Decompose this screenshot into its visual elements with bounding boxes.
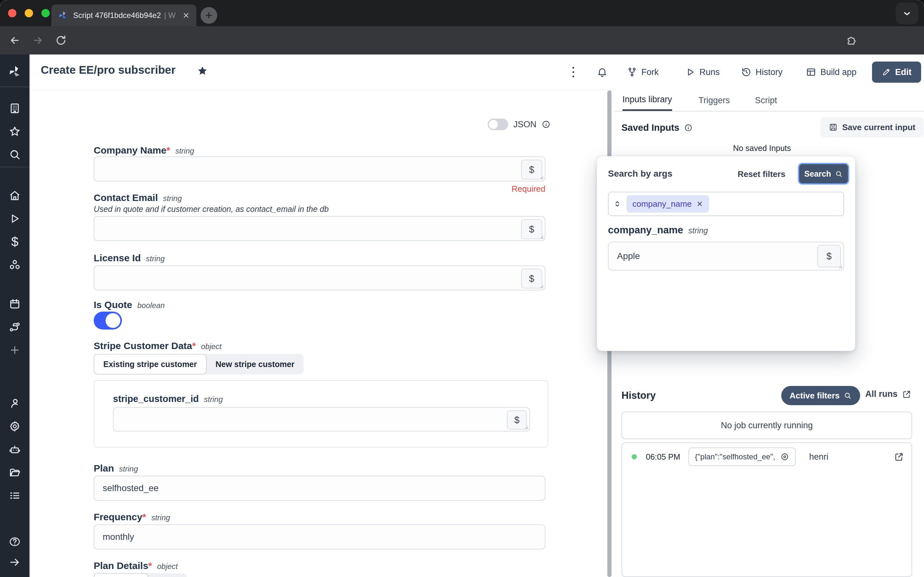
resize-grip-icon[interactable]: [538, 174, 544, 180]
search-button[interactable]: Search: [799, 164, 848, 183]
history-button[interactable]: History: [741, 55, 782, 90]
sidebar-divider: [0, 167, 29, 167]
tab-title-dim: | W: [164, 11, 182, 20]
stripe-customer-id-input[interactable]: $: [113, 407, 530, 432]
build-app-button[interactable]: Build app: [806, 55, 857, 90]
plan-details-tabs: [94, 573, 187, 577]
tab-search-chevron-button[interactable]: [896, 3, 918, 24]
contact-email-input[interactable]: $: [94, 216, 545, 241]
run-row[interactable]: 06:05 PM {"plan":"selfhosted_ee",... hen…: [622, 446, 913, 467]
fork-label: Fork: [641, 67, 659, 77]
fork-button[interactable]: Fork: [627, 55, 659, 90]
company-name-label: Company Name*string: [94, 145, 194, 156]
plan-details-tab-inactive[interactable]: [148, 573, 184, 577]
collapse-arrow-right-icon[interactable]: [9, 556, 21, 568]
plan-details-label: Plan Details*object: [94, 560, 178, 571]
flows-route-icon[interactable]: [9, 321, 21, 333]
notifications-bell-icon[interactable]: [597, 55, 607, 90]
tab-close-icon[interactable]: [182, 11, 190, 19]
resize-grip-icon[interactable]: [538, 284, 544, 289]
schedules-calendar-icon[interactable]: [9, 298, 21, 310]
search-icon[interactable]: [9, 148, 21, 161]
frequency-input[interactable]: monthly: [94, 524, 545, 550]
history-label: History: [756, 67, 782, 77]
resources-cubes-icon[interactable]: [9, 259, 21, 271]
more-options-kebab-icon[interactable]: [569, 55, 578, 90]
frequency-value: monthly: [103, 532, 134, 542]
license-id-input[interactable]: $: [94, 266, 545, 290]
reload-button[interactable]: [55, 35, 67, 46]
script-header: Create EE/pro subscriber Fork Runs Histo…: [29, 55, 924, 90]
browser-toolbar: app.windmill.dev/scripts/get/476f1bdce46…: [0, 26, 924, 55]
resize-grip-icon[interactable]: [538, 234, 544, 240]
tab-title: Script 476f1bdce46b94e2: [73, 11, 161, 20]
variables-dollar-icon[interactable]: $: [11, 235, 18, 249]
select-chevrons-icon: [613, 200, 622, 208]
folders-icon[interactable]: [9, 466, 21, 479]
run-success-dot: [632, 454, 637, 459]
workers-robot-icon[interactable]: [9, 443, 21, 456]
resize-grip-icon[interactable]: [523, 424, 529, 430]
favorites-star-icon[interactable]: [9, 125, 21, 137]
resize-grip-icon[interactable]: [837, 263, 843, 269]
user-person-icon[interactable]: [9, 397, 21, 409]
chip-label: company_name: [632, 199, 692, 209]
arg-value-input[interactable]: Apple $: [608, 242, 844, 271]
home-icon[interactable]: [9, 189, 21, 201]
save-icon: [829, 123, 838, 132]
edit-button[interactable]: Edit: [872, 61, 921, 83]
remove-chip-x-icon[interactable]: [696, 200, 703, 207]
external-link-icon: [902, 390, 911, 399]
runs-button[interactable]: Runs: [686, 55, 720, 90]
add-plus-icon[interactable]: [9, 344, 21, 356]
open-run-external-icon[interactable]: [894, 452, 904, 462]
reset-filters-button[interactable]: Reset filters: [738, 169, 785, 179]
contact-email-description: Used in quote and if customer creation, …: [94, 205, 328, 214]
no-saved-inputs-text: No saved Inputs: [614, 143, 909, 153]
windmill-favicon: [58, 10, 68, 21]
preview-eye-icon[interactable]: [780, 452, 789, 461]
run-args-chip[interactable]: {"plan":"selfhosted_ee",...: [688, 448, 796, 466]
tab-new-stripe-customer[interactable]: New stripe customer: [207, 354, 304, 374]
windmill-logo[interactable]: [7, 64, 22, 79]
back-button[interactable]: [9, 35, 21, 46]
tab-inputs-library[interactable]: Inputs library: [622, 90, 672, 111]
window-minimize-button[interactable]: [25, 9, 33, 17]
run-args-preview: {"plan":"selfhosted_ee",...: [695, 452, 775, 461]
audit-logs-list-icon[interactable]: [9, 490, 21, 502]
tab-triggers[interactable]: Triggers: [698, 90, 730, 111]
json-toggle-label: JSON: [513, 119, 536, 129]
workspace-building-icon[interactable]: [9, 102, 21, 114]
plan-input[interactable]: selfhosted_ee: [94, 476, 545, 501]
selected-arg-chip[interactable]: company_name: [627, 195, 709, 213]
extensions-icon[interactable]: [846, 35, 857, 45]
runs-play-icon[interactable]: [9, 213, 21, 224]
forward-button[interactable]: [32, 35, 44, 46]
window-zoom-button[interactable]: [41, 9, 50, 17]
no-job-banner: No job currently running: [622, 412, 912, 439]
contact-email-label: Contact Emailstring: [94, 192, 182, 203]
window-close-button[interactable]: [8, 9, 16, 17]
save-current-input-button[interactable]: Save current input: [821, 117, 924, 137]
tab-existing-stripe-customer[interactable]: Existing stripe customer: [94, 354, 207, 374]
active-filters-button[interactable]: Active filters: [781, 386, 860, 405]
all-runs-link[interactable]: All runs: [865, 389, 911, 399]
browser-tab[interactable]: Script 476f1bdce46b94e2 | W: [51, 5, 196, 26]
popup-title: Search by args: [608, 169, 672, 179]
new-tab-button[interactable]: [200, 7, 217, 24]
edit-label: Edit: [895, 67, 911, 77]
saved-inputs-heading: Saved Inputs: [622, 122, 693, 133]
plan-value: selfhosted_ee: [103, 483, 158, 493]
json-view-toggle[interactable]: [488, 119, 508, 130]
company-name-input[interactable]: $: [94, 156, 545, 181]
plan-details-tab-active[interactable]: [94, 573, 148, 577]
runs-label: Runs: [699, 67, 720, 77]
history-heading: History: [622, 390, 656, 401]
is-quote-toggle[interactable]: [94, 311, 122, 330]
args-multiselect[interactable]: company_name: [608, 192, 844, 216]
settings-gear-icon[interactable]: [9, 420, 21, 432]
tab-script[interactable]: Script: [755, 90, 777, 111]
help-question-icon[interactable]: [9, 536, 21, 548]
favorite-star-icon[interactable]: [196, 65, 208, 77]
stripe-customer-object-box: stripe_customer_idstring $: [94, 380, 548, 448]
